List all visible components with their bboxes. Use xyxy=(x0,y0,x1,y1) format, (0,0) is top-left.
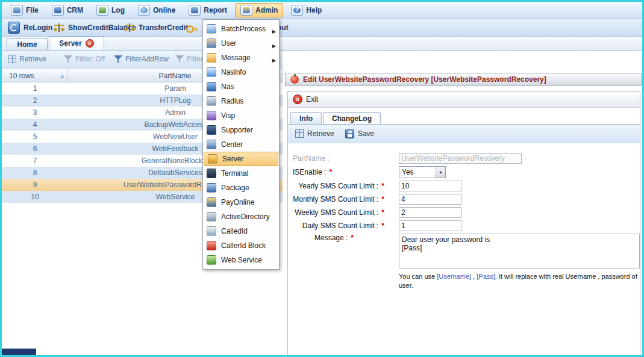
close-icon[interactable] xyxy=(86,39,94,48)
activedirectory-icon xyxy=(207,212,216,222)
user-icon xyxy=(207,39,216,48)
menu-item-radius[interactable]: Radius xyxy=(203,94,279,108)
batchprocess-icon xyxy=(207,24,216,34)
weekly-label: Weekly SMS Count Limit :* xyxy=(293,208,384,217)
save-button[interactable]: Save xyxy=(345,129,374,138)
hint-username-token: [Username] xyxy=(437,273,471,280)
menu-file[interactable]: File xyxy=(5,3,44,17)
menu-item-server[interactable]: Server xyxy=(204,152,278,166)
sort-asc-icon[interactable] xyxy=(60,71,65,79)
menu-admin-label: Admin xyxy=(255,6,278,14)
menu-item-message[interactable]: Message xyxy=(203,51,279,65)
isenable-value: Yes xyxy=(399,168,436,176)
menu-item-user[interactable]: User xyxy=(203,36,279,51)
row-number-cell: 6 xyxy=(2,144,68,153)
hint-prefix: You can use xyxy=(399,273,437,280)
grid-retrieve-button[interactable]: Retrieve xyxy=(8,55,46,63)
menu-item-label: CalledId xyxy=(221,227,248,235)
menu-report[interactable]: Report xyxy=(183,3,233,17)
exit-icon xyxy=(293,95,302,104)
editor-title-text: Edit UserWebsitePasswordRecovery [UserWe… xyxy=(303,75,546,84)
exit-label: Exit xyxy=(306,95,318,104)
crm-icon xyxy=(52,5,64,16)
admin-dropdown-menu: BatchProcess User Message NasInfo Nas Ra… xyxy=(202,19,280,270)
submenu-arrow-icon xyxy=(272,55,276,64)
exit-toolbar: Exit xyxy=(288,92,640,108)
menu-item-label: Nas xyxy=(221,82,234,91)
editor-title-bar: Edit UserWebsitePasswordRecovery [UserWe… xyxy=(285,73,642,86)
menu-online[interactable]: Online xyxy=(133,3,181,17)
exit-button[interactable]: Exit xyxy=(293,95,318,104)
filter-add-row-button[interactable]: FilterAddRow xyxy=(114,55,169,63)
daily-label: Daily SMS Count Limit :* xyxy=(293,222,384,230)
relogin-label: ReLogin xyxy=(23,23,52,32)
menu-log-label: Log xyxy=(111,6,125,14)
menu-item-terminal[interactable]: Terminal xyxy=(203,166,279,181)
chevron-down-icon[interactable] xyxy=(436,167,445,178)
key-toolbar-button[interactable] xyxy=(186,22,198,34)
menu-log[interactable]: Log xyxy=(91,3,130,17)
menu-item-label: PayOnline xyxy=(221,198,254,206)
menu-online-label: Online xyxy=(153,6,175,14)
menu-item-visp[interactable]: Visp xyxy=(203,108,279,123)
menu-item-calleridblock[interactable]: CallerId Block xyxy=(203,238,279,253)
menu-item-center[interactable]: Center xyxy=(203,137,279,152)
editor-retrieve-button[interactable]: Retrieve xyxy=(295,129,334,138)
calleridblock-icon xyxy=(207,241,216,250)
hint-separator: , xyxy=(471,273,477,280)
calledid-icon xyxy=(207,226,216,236)
menu-item-package[interactable]: Package xyxy=(203,181,279,195)
menu-item-nasinfo[interactable]: NasInfo xyxy=(203,65,279,79)
menu-admin[interactable]: Admin xyxy=(235,3,283,17)
online-icon xyxy=(138,5,150,16)
row-number-cell: 2 xyxy=(2,96,68,105)
transfer-credit-icon xyxy=(124,23,135,33)
tab-info[interactable]: Info xyxy=(290,112,322,124)
menu-item-payonline[interactable]: PayOnline xyxy=(203,195,279,210)
message-icon xyxy=(207,53,216,63)
daily-sms-limit-field[interactable] xyxy=(399,220,461,231)
menu-item-supporter[interactable]: Supporter xyxy=(203,123,279,137)
daily-row: Daily SMS Count Limit :* xyxy=(293,220,640,231)
menu-crm-label: CRM xyxy=(67,6,83,14)
menu-item-label: Server xyxy=(222,155,243,163)
rows-count-header[interactable]: 10 rows xyxy=(2,69,68,82)
relogin-button[interactable]: ReLogin xyxy=(8,22,52,34)
submenu-arrow-icon xyxy=(272,26,276,35)
menu-item-batchprocess[interactable]: BatchProcess xyxy=(203,22,279,36)
app-window: File CRM Log Online Report Admin Help Re… xyxy=(0,0,644,357)
tab-server[interactable]: Server xyxy=(49,36,104,50)
weekly-sms-limit-field[interactable] xyxy=(399,207,461,218)
nas-icon xyxy=(207,82,216,92)
filter-toggle-button[interactable]: Filter: Off xyxy=(64,55,105,63)
menu-item-webservice[interactable]: Web Service xyxy=(203,253,279,267)
message-row: Message :* Dear user your password is [P… xyxy=(293,234,640,269)
yearly-sms-limit-field[interactable] xyxy=(399,181,461,191)
document-tabbar: Home Server xyxy=(2,37,642,51)
menu-crm[interactable]: CRM xyxy=(46,3,89,17)
monthly-sms-limit-field[interactable] xyxy=(399,194,461,205)
menu-help[interactable]: Help xyxy=(286,3,327,17)
message-hint: You can use [Username] , [Pass]. It will… xyxy=(399,272,641,290)
hint-pass-token: [Pass] xyxy=(477,273,495,280)
required-asterisk: * xyxy=(329,168,332,176)
message-field[interactable]: Dear user your password is [Pass] xyxy=(399,234,640,269)
tab-changelog[interactable]: ChangeLog xyxy=(323,112,381,124)
edit-form: PartName : ISEnable :* Yes Yearly SMS Co… xyxy=(288,143,640,290)
tab-changelog-label: ChangeLog xyxy=(332,114,372,123)
menu-item-calledid[interactable]: CalledId xyxy=(203,224,279,238)
transfer-credit-button[interactable]: TransferCredit xyxy=(124,22,188,34)
partname-field[interactable] xyxy=(399,153,522,164)
menu-item-nas[interactable]: Nas xyxy=(203,79,279,94)
menu-item-label: Package xyxy=(221,184,249,192)
log-icon xyxy=(96,5,108,16)
tab-home[interactable]: Home xyxy=(7,38,48,50)
rows-count-label: 10 rows xyxy=(9,72,34,80)
isenable-select[interactable]: Yes xyxy=(399,166,446,178)
menu-item-activedirectory[interactable]: ActiveDirectory xyxy=(203,210,279,224)
weekly-row: Weekly SMS Count Limit :* xyxy=(293,207,640,218)
server-icon xyxy=(208,154,217,164)
required-asterisk: * xyxy=(381,208,384,217)
monthly-label: Monthly SMS Count Limit :* xyxy=(293,195,384,203)
grid-retrieve-label: Retrieve xyxy=(19,55,46,63)
